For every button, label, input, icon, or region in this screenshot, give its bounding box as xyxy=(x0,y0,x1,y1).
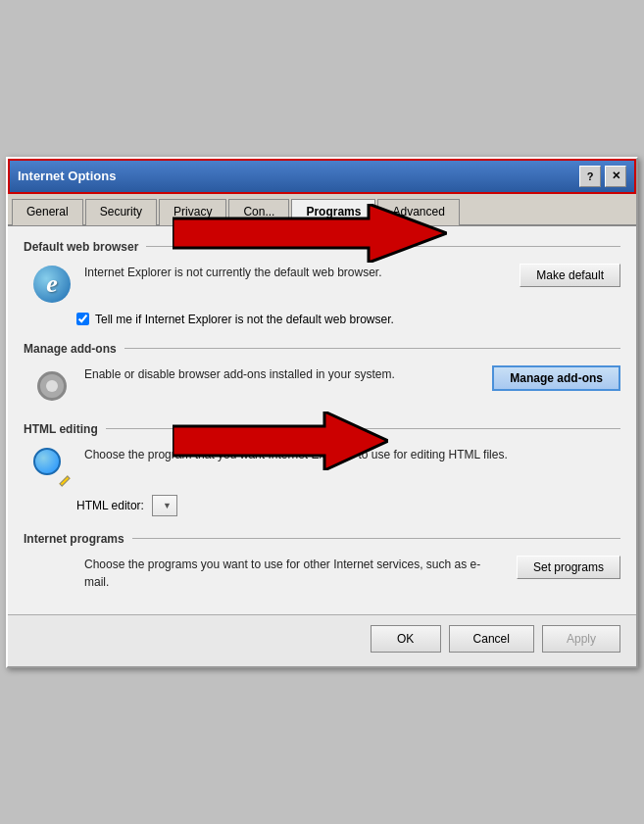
internet-programs-actions: Set programs xyxy=(517,556,620,579)
manage-addons-text: Enable or disable browser add-ons instal… xyxy=(84,365,480,383)
cancel-button[interactable]: Cancel xyxy=(449,625,534,653)
close-button[interactable]: ✕ xyxy=(605,166,626,187)
section-body-html-editing: Choose the program that you want Interne… xyxy=(24,446,620,487)
default-browser-checkbox[interactable] xyxy=(76,313,89,325)
html-editor-select-wrapper xyxy=(152,495,177,516)
html-editor-label: HTML editor: xyxy=(76,499,144,512)
internet-options-window: Internet Options ? ✕ General Security Pr… xyxy=(6,157,638,668)
title-bar-controls: ? ✕ xyxy=(579,166,626,187)
default-browser-actions: Make default xyxy=(520,264,620,287)
default-browser-section: Default web browser Internet Explorer is… xyxy=(24,240,620,326)
tabs-bar: General Security Privacy Con... Programs… xyxy=(8,194,636,226)
help-button[interactable]: ? xyxy=(579,166,601,187)
content-area: Default web browser Internet Explorer is… xyxy=(8,226,636,614)
internet-programs-text: Choose the programs you want to use for … xyxy=(31,556,505,591)
tab-general[interactable]: General xyxy=(12,199,83,225)
section-body-default-browser: Internet Explorer is not currently the d… xyxy=(24,264,620,305)
section-divider-4 xyxy=(132,538,620,539)
section-header-default-browser: Default web browser xyxy=(24,240,620,254)
ok-button[interactable]: OK xyxy=(371,625,441,653)
title-bar: Internet Options ? ✕ xyxy=(8,159,636,194)
section-divider xyxy=(146,246,620,247)
manage-addons-section: Manage add-ons Enable or disable browser… xyxy=(24,342,620,407)
window-title: Internet Options xyxy=(18,169,116,183)
section-header-manage-addons: Manage add-ons xyxy=(24,342,620,356)
section-title-internet-programs: Internet programs xyxy=(24,532,124,546)
html-editing-section: HTML editing Choose the program that you… xyxy=(24,422,620,516)
html-editing-icon xyxy=(31,446,73,487)
section-title-html-editing: HTML editing xyxy=(24,422,98,436)
section-divider-3 xyxy=(106,428,620,429)
html-editor-row: HTML editor: xyxy=(24,495,620,516)
internet-programs-section: Internet programs Choose the programs yo… xyxy=(24,532,620,591)
section-body-internet-programs: Choose the programs you want to use for … xyxy=(24,556,620,591)
bottom-buttons: OK Cancel Apply xyxy=(8,614,636,666)
addons-icon xyxy=(31,365,73,407)
set-programs-button[interactable]: Set programs xyxy=(517,556,620,579)
section-body-manage-addons: Enable or disable browser add-ons instal… xyxy=(24,365,620,407)
tab-programs[interactable]: Programs xyxy=(291,199,375,225)
tab-privacy[interactable]: Privacy xyxy=(159,199,226,225)
section-header-internet-programs: Internet programs xyxy=(24,532,620,546)
ie-icon xyxy=(31,264,73,305)
section-divider-2 xyxy=(124,348,620,349)
section-title-default-browser: Default web browser xyxy=(24,240,138,254)
checkbox-label: Tell me if Internet Explorer is not the … xyxy=(95,313,394,326)
section-header-html-editing: HTML editing xyxy=(24,422,620,436)
apply-button[interactable]: Apply xyxy=(542,625,620,653)
tab-advanced[interactable]: Advanced xyxy=(377,199,459,225)
tab-content[interactable]: Con... xyxy=(228,199,289,225)
manage-addons-button[interactable]: Manage add-ons xyxy=(492,365,620,391)
html-editing-text: Choose the program that you want Interne… xyxy=(84,446,620,463)
checkbox-row-default-browser: Tell me if Internet Explorer is not the … xyxy=(24,313,620,326)
make-default-button[interactable]: Make default xyxy=(520,264,620,287)
html-editor-select[interactable] xyxy=(152,495,177,516)
default-browser-text: Internet Explorer is not currently the d… xyxy=(84,264,508,281)
manage-addons-actions: Manage add-ons xyxy=(492,365,620,391)
section-title-manage-addons: Manage add-ons xyxy=(24,342,117,356)
tab-security[interactable]: Security xyxy=(85,199,157,225)
